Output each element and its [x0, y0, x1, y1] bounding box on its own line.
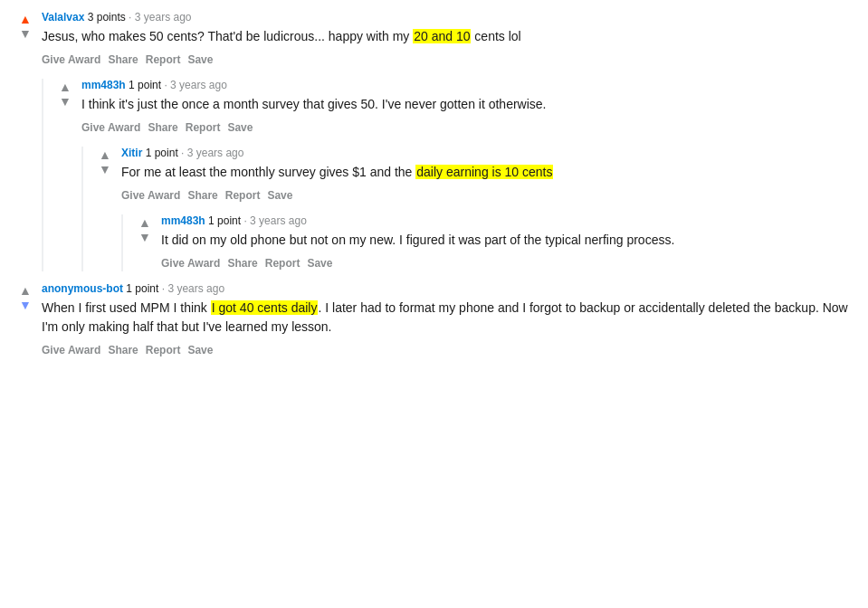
comment-body: mm483h 1 point · 3 years agoI think it's… — [81, 79, 854, 136]
nested-comments: ▲▼mm483h 1 point · 3 years agoI think it… — [42, 79, 854, 271]
comment-text: For me at least the monthly survey gives… — [121, 163, 854, 182]
comment: ▲▼mm483h 1 point · 3 years agoI think it… — [54, 79, 854, 136]
username: mm483h — [81, 79, 126, 91]
points: 3 points — [88, 11, 126, 24]
comment-thread: ▲▼Valalvax 3 points · 3 years agoJesus, … — [14, 11, 854, 369]
comment-body: Xitir 1 point · 3 years agoFor me at lea… — [121, 147, 854, 204]
upvote-button[interactable]: ▲ — [19, 284, 32, 297]
vote-column: ▲▼ — [14, 11, 36, 68]
points: 1 point — [146, 147, 178, 159]
give-award-button[interactable]: Give Award — [42, 52, 100, 68]
share-button[interactable]: Share — [187, 187, 217, 204]
comment-meta: anonymous-bot 1 point · 3 years ago — [42, 282, 854, 295]
report-button[interactable]: Report — [146, 342, 181, 358]
username: anonymous-bot — [42, 282, 123, 295]
text-content: Jesus, who makes 50 cents? That'd be lud… — [42, 29, 413, 43]
dot-separator: · — [243, 214, 246, 227]
vote-column: ▲▼ — [54, 79, 76, 136]
text-content: For me at least the monthly survey gives… — [121, 165, 415, 179]
give-award-button[interactable]: Give Award — [121, 187, 180, 204]
text-content: It did on my old phone but not on my new… — [161, 233, 674, 247]
comment: ▲▼Xitir 1 point · 3 years agoFor me at l… — [94, 147, 854, 204]
action-bar: Give AwardShareReportSave — [42, 342, 854, 358]
upvote-button[interactable]: ▲ — [138, 216, 151, 229]
downvote-button[interactable]: ▼ — [99, 163, 111, 176]
points: 1 point — [208, 214, 241, 227]
comment-meta: Valalvax 3 points · 3 years ago — [42, 11, 854, 24]
timestamp: 3 years ago — [135, 11, 192, 24]
upvote-button[interactable]: ▲ — [19, 13, 32, 25]
comment-wrapper: ▲▼mm483h 1 point · 3 years agoI think it… — [54, 79, 854, 271]
downvote-button[interactable]: ▼ — [138, 231, 151, 243]
action-bar: Give AwardShareReportSave — [121, 187, 854, 204]
nested-comments: ▲▼Xitir 1 point · 3 years agoFor me at l… — [81, 147, 854, 271]
dot-separator: · — [181, 147, 184, 159]
comment-body: anonymous-bot 1 point · 3 years agoWhen … — [42, 282, 854, 358]
vote-column: ▲▼ — [14, 282, 36, 358]
highlighted-text: daily earning is 10 cents — [415, 165, 553, 179]
comment-text: Jesus, who makes 50 cents? That'd be lud… — [42, 27, 854, 46]
text-content: I think it's just the once a month surve… — [81, 97, 547, 111]
action-bar: Give AwardShareReportSave — [81, 119, 854, 136]
save-button[interactable]: Save — [187, 52, 213, 68]
timestamp: 3 years ago — [250, 214, 307, 227]
report-button[interactable]: Report — [265, 255, 300, 271]
comment-body: Valalvax 3 points · 3 years agoJesus, wh… — [42, 11, 854, 68]
report-button[interactable]: Report — [146, 52, 181, 68]
timestamp: 3 years ago — [167, 282, 224, 295]
save-button[interactable]: Save — [227, 119, 253, 136]
give-award-button[interactable]: Give Award — [161, 255, 220, 271]
text-content: cents lol — [471, 29, 520, 43]
comment-text: When I first used MPM I think I got 40 c… — [42, 299, 854, 337]
save-button[interactable]: Save — [187, 342, 213, 358]
action-bar: Give AwardShareReportSave — [42, 52, 854, 68]
timestamp: 3 years ago — [187, 147, 244, 159]
text-content: When I first used MPM I think — [42, 300, 211, 315]
dot-separator: · — [129, 11, 131, 24]
save-button[interactable]: Save — [267, 187, 292, 204]
highlighted-text: I got 40 cents daily — [211, 300, 319, 315]
give-award-button[interactable]: Give Award — [81, 119, 140, 136]
highlighted-text: 20 and 10 — [413, 29, 471, 43]
comment-meta: Xitir 1 point · 3 years ago — [121, 147, 854, 159]
points: 1 point — [129, 79, 161, 91]
comment: ▲▼anonymous-bot 1 point · 3 years agoWhe… — [14, 282, 854, 358]
comment-text: I think it's just the once a month surve… — [81, 95, 854, 114]
comment-wrapper: ▲▼Xitir 1 point · 3 years agoFor me at l… — [94, 147, 854, 271]
comment-body: mm483h 1 point · 3 years agoIt did on my… — [161, 214, 854, 271]
comment: ▲▼Valalvax 3 points · 3 years agoJesus, … — [14, 11, 854, 68]
share-button[interactable]: Share — [227, 255, 257, 271]
action-bar: Give AwardShareReportSave — [161, 255, 854, 271]
vote-column: ▲▼ — [134, 214, 156, 271]
save-button[interactable]: Save — [307, 255, 332, 271]
username: Xitir — [121, 147, 142, 159]
report-button[interactable]: Report — [225, 187, 261, 204]
timestamp: 3 years ago — [170, 79, 227, 91]
comment-wrapper: ▲▼anonymous-bot 1 point · 3 years agoWhe… — [14, 282, 854, 369]
comment-meta: mm483h 1 point · 3 years ago — [81, 79, 854, 91]
comment-text: It did on my old phone but not on my new… — [161, 231, 854, 250]
nested-comments: ▲▼mm483h 1 point · 3 years agoIt did on … — [121, 214, 854, 271]
report-button[interactable]: Report — [186, 119, 221, 136]
downvote-button[interactable]: ▼ — [19, 27, 32, 40]
share-button[interactable]: Share — [108, 52, 138, 68]
dot-separator: · — [164, 79, 167, 91]
comment-meta: mm483h 1 point · 3 years ago — [161, 214, 854, 227]
vote-column: ▲▼ — [94, 147, 116, 204]
username: mm483h — [161, 214, 205, 227]
comment-wrapper: ▲▼mm483h 1 point · 3 years agoIt did on … — [134, 214, 854, 271]
give-award-button[interactable]: Give Award — [42, 342, 100, 358]
dot-separator: · — [162, 282, 165, 295]
username: Valalvax — [42, 11, 84, 24]
upvote-button[interactable]: ▲ — [59, 81, 72, 93]
comment-wrapper: ▲▼Valalvax 3 points · 3 years agoJesus, … — [14, 11, 854, 282]
share-button[interactable]: Share — [108, 342, 138, 358]
downvote-button[interactable]: ▼ — [59, 95, 72, 108]
comment: ▲▼mm483h 1 point · 3 years agoIt did on … — [134, 214, 854, 271]
share-button[interactable]: Share — [148, 119, 177, 136]
upvote-button[interactable]: ▲ — [99, 148, 111, 161]
points: 1 point — [126, 282, 158, 295]
downvote-button[interactable]: ▼ — [19, 299, 32, 311]
